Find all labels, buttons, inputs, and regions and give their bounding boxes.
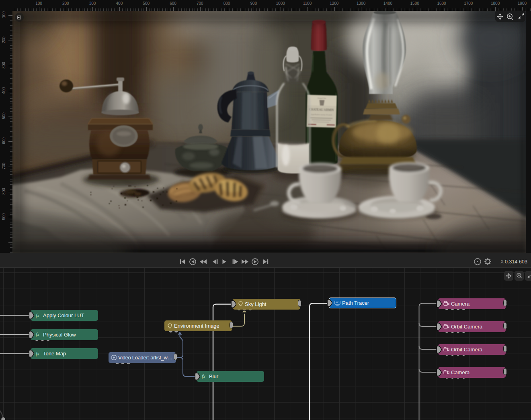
- svg-text:X: X: [500, 259, 504, 265]
- svg-text:fx: fx: [36, 313, 39, 318]
- svg-text:0.314: 0.314: [505, 259, 517, 265]
- svg-text:603: 603: [519, 259, 527, 265]
- svg-text:fx: fx: [36, 332, 39, 337]
- svg-text:fx: fx: [202, 373, 205, 379]
- svg-text:Grand Vin: Grand Vin: [318, 97, 326, 100]
- svg-text:CHATEAU ARMIN: CHATEAU ARMIN: [309, 108, 334, 112]
- svg-text:fx: fx: [36, 351, 39, 357]
